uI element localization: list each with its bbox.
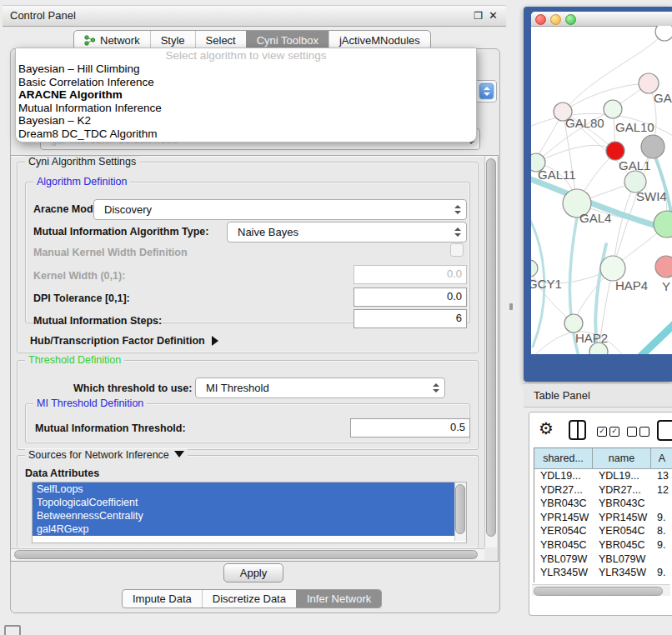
tab-style[interactable]: Style [150, 31, 195, 49]
column-header-shared-name[interactable]: shared... [534, 448, 593, 469]
network-edge[interactable] [536, 145, 615, 162]
gear-icon[interactable]: ⚙ [539, 418, 554, 438]
select-all-icon-2[interactable]: ✓ [609, 427, 619, 437]
node-label: GAL11 [538, 168, 576, 182]
columns-icon[interactable] [569, 420, 586, 440]
table-row[interactable]: YDL19...YDL19...13 [534, 469, 672, 483]
network-node[interactable] [531, 260, 538, 277]
attribute-item[interactable]: TopologicalCoefficient [33, 496, 454, 509]
attributes-scrollbar[interactable] [454, 482, 466, 541]
table-cell: YPR145W [593, 511, 651, 525]
select-all-icon[interactable]: ✓ [597, 427, 607, 437]
tab-infer-network[interactable]: Infer Network [296, 590, 381, 608]
float-panel-icon[interactable]: ❐ [474, 6, 483, 26]
group-title: Threshold Definition [25, 354, 124, 366]
network-node[interactable] [655, 256, 672, 278]
hub-definition-toggle[interactable]: Hub/Transcription Factor Definition [30, 335, 218, 347]
network-node[interactable] [600, 256, 625, 281]
table-cell: YBL079W [593, 552, 651, 567]
which-threshold-value: MI Threshold [196, 382, 429, 394]
table-row[interactable]: YDR27...YDR27...12 [534, 483, 672, 498]
algorithm-option[interactable]: Basic Correlation Inference [16, 76, 476, 89]
tab-cyni-toolbox[interactable]: Cyni Toolbox [246, 31, 328, 49]
table-horizontal-scrollbar[interactable] [532, 584, 670, 596]
table-cell: YBR043C [534, 497, 593, 511]
network-icon [84, 35, 96, 46]
table-horizontal-scrollbar-thumb[interactable] [534, 587, 663, 596]
mi-steps-field[interactable]: 6 [354, 309, 467, 328]
network-node[interactable] [564, 314, 583, 332]
table-cell: YER054C [593, 524, 651, 538]
network-view-window[interactable]: GALGAL80GAL10GAL1GAL11SWI4GAL4GCY1HAP4YH… [531, 12, 672, 354]
sources-toggle[interactable]: Sources for Network Inference [25, 449, 188, 461]
table-cell: YBR045C [593, 538, 651, 552]
table-row[interactable]: YLR345WYLR345W9. [534, 566, 672, 580]
network-node[interactable] [604, 100, 622, 118]
attribute-item[interactable]: gal4RGexp [33, 522, 454, 536]
table-row[interactable]: YBL079WYBL079W [534, 552, 672, 567]
table-cell: YLR345W [534, 566, 593, 580]
attribute-item[interactable]: BetweennessCentrality [33, 509, 454, 522]
deselect-all-icon-2[interactable] [639, 427, 649, 437]
minimize-window-icon[interactable] [550, 14, 561, 25]
zoom-window-icon[interactable] [565, 14, 576, 25]
deselect-all-icon[interactable] [627, 427, 637, 437]
table-row[interactable]: YIL052CYIL052C9 [534, 580, 672, 582]
column-header-name[interactable]: name [593, 448, 651, 469]
stepper-icon[interactable] [429, 381, 442, 395]
stepper-icon[interactable] [451, 225, 464, 239]
tab-network[interactable]: Network [74, 31, 150, 49]
mi-threshold-label: Mutual Information Threshold: [35, 422, 186, 434]
settings-horizontal-scrollbar-thumb[interactable] [14, 550, 478, 559]
table-cell: YDR27... [593, 483, 651, 498]
dpi-tolerance-field[interactable]: 0.0 [354, 288, 467, 307]
aracne-mode-combobox[interactable]: Discovery [93, 199, 467, 220]
network-edge[interactable] [613, 182, 635, 268]
data-attributes-list[interactable]: SelfLoopsTopologicalCoefficientBetweenne… [32, 482, 467, 543]
network-canvas[interactable]: GALGAL80GAL10GAL1GAL11SWI4GAL4GCY1HAP4YH… [531, 26, 672, 354]
tab-discretize-data[interactable]: Discretize Data [202, 590, 296, 608]
tab-impute-data[interactable]: Impute Data [123, 590, 202, 608]
network-node[interactable] [606, 142, 624, 160]
apply-button[interactable]: Apply [223, 563, 283, 582]
table-cell: 9. [651, 538, 672, 552]
close-panel-icon[interactable]: ✕ [489, 6, 498, 26]
tab-jactivemnodules[interactable]: jActiveMNodules [328, 31, 430, 49]
network-node[interactable] [655, 26, 672, 41]
node-label: GAL4 [579, 211, 611, 225]
network-node[interactable] [641, 135, 664, 158]
expanded-arrow-icon [174, 451, 184, 458]
attribute-item[interactable]: SelfLoops [33, 482, 454, 496]
table-row[interactable]: YBR045CYBR045C9. [534, 538, 672, 552]
kernel-width-field[interactable]: 0.0 [354, 265, 467, 284]
popup-item-list: Bayesian – Hill ClimbingBasic Correlatio… [16, 62, 476, 141]
which-threshold-combobox[interactable]: MI Threshold [195, 378, 445, 398]
mi-threshold-field[interactable]: 0.5 [350, 418, 470, 438]
splitter-handle[interactable] [509, 303, 513, 310]
stepper-icon[interactable] [479, 83, 494, 99]
node-label: GCY1 [531, 277, 562, 291]
minimized-panel-icon[interactable] [4, 625, 21, 635]
table-cell: YBR043C [593, 497, 651, 511]
tab-select[interactable]: Select [195, 31, 246, 49]
table-cell: 8. [651, 524, 672, 538]
algorithm-option[interactable]: ARACNE Algorithm [16, 88, 476, 102]
attributes-scrollbar-thumb[interactable] [455, 484, 465, 534]
mi-type-combobox[interactable]: Naive Bayes [227, 222, 467, 242]
table-mode-icon[interactable] [657, 420, 672, 441]
stepper-icon[interactable] [451, 202, 464, 217]
close-window-icon[interactable] [535, 14, 546, 25]
algorithm-option[interactable]: Bayesian – K2 [16, 114, 476, 128]
table-row[interactable]: YER054CYER054C8. [534, 524, 672, 538]
table-panel-body: ⚙ ✓ ✓ shared... name A YDL19...YDL19...1… [529, 412, 672, 616]
manual-kernel-checkbox[interactable] [450, 243, 464, 257]
table-row[interactable]: YBR043CYBR043C [534, 497, 672, 511]
table-row[interactable]: YPR145WYPR145W9. [534, 511, 672, 525]
network-edge[interactable] [638, 313, 672, 354]
settings-vertical-scrollbar-thumb[interactable] [486, 158, 496, 537]
column-header-partial[interactable]: A [651, 448, 672, 469]
algorithm-option[interactable]: Bayesian – Hill Climbing [16, 62, 476, 76]
algorithm-option[interactable]: Mutual Information Inference [16, 102, 476, 115]
algorithm-option[interactable]: Dream8 DC_TDC Algorithm [16, 128, 476, 141]
network-window-titlebar[interactable] [531, 12, 672, 27]
